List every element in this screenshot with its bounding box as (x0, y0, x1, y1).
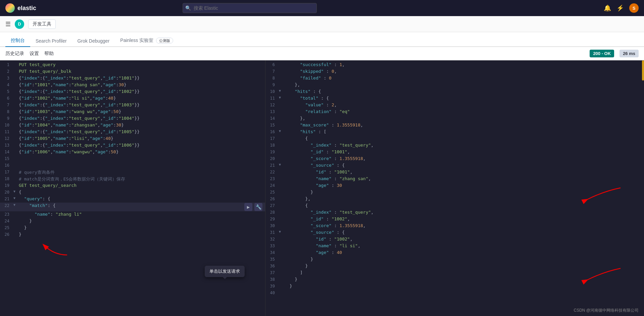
code-line-4: 4 {"id":"1001","name":"zhang san","age":… (0, 82, 265, 89)
history-link[interactable]: 历史记录 (5, 51, 24, 57)
wrench-button[interactable]: 🔧 (254, 203, 262, 211)
code-editor: 1 PUT test_query 2 PUT test_query/_bulk … (0, 60, 265, 240)
resp-line-8: 8 "failed" : 0 (265, 75, 644, 82)
code-line-13: 13 {"index":{"_index":"test_query","_id"… (0, 142, 265, 149)
code-line-12: 12 {"id":"1005","name":"lisi","age":40} (0, 136, 265, 142)
code-line-5: 5 {"index":{"_index":"test_query","_id":… (0, 89, 265, 95)
scrollbar-accent (642, 60, 644, 81)
resp-line-19: 19 "_id" : "1001", (265, 149, 644, 156)
resp-line-17: 17 { (265, 136, 644, 142)
tab-console[interactable]: 控制台 (5, 35, 30, 47)
resp-line-11: 11 ▼ "total" : { (265, 95, 644, 102)
dev-badge: D (15, 19, 24, 29)
dev-tools-button[interactable]: 开发工具 (28, 19, 56, 29)
avatar[interactable]: S (629, 3, 639, 13)
elastic-logo: elastic (5, 3, 36, 13)
resp-line-13: 13 "relation" : "eq" (265, 109, 644, 115)
code-line-6: 6 {"id":"1002","name":"li si","age":40} (0, 95, 265, 102)
resp-line-6: 6 "successful" : 1, (265, 62, 644, 68)
run-button[interactable]: ▶ (244, 203, 252, 211)
code-line-16: 16 (0, 162, 265, 169)
code-line-19: 19 GET test_query/_search 单击以发送请求 (0, 182, 265, 189)
bell-icon[interactable]: 🔔 (604, 4, 611, 12)
code-line-20: 20 ▼ { (0, 189, 265, 196)
share-icon[interactable]: ⚡ (616, 4, 624, 12)
code-line-15: 15 (0, 156, 265, 162)
code-line-7: 7 {"index":{"_index":"test_query","_id":… (0, 102, 265, 109)
tabbar: 控制台 Search Profiler Grok Debugger Painle… (0, 32, 644, 47)
tab-search-profiler[interactable]: Search Profiler (30, 36, 72, 47)
code-line-26: 26 } (0, 231, 265, 238)
code-line-8: 8 {"id":"1003","name":"wang wu","age":50… (0, 109, 265, 115)
resp-line-14: 14 }, (265, 115, 644, 122)
resp-line-40: 40 (265, 290, 644, 297)
code-line-11: 11 {"index":{"_index":"test_query","_id"… (0, 129, 265, 136)
tab-grok-debugger[interactable]: Grok Debugger (72, 36, 115, 47)
resp-line-23: 23 "name" : "zhang san", (265, 176, 644, 182)
code-line-10: 10 {"id":"1004","name":"zhangsan","age":… (0, 122, 265, 129)
resp-line-21: 21 ▼ "_source" : { (265, 162, 644, 169)
code-line-25: 25 } (0, 225, 265, 231)
resp-line-29: 29 "_id" : "1002", (265, 216, 644, 223)
code-line-17: 17 # query查询条件 (0, 169, 265, 176)
code-line-3: 3 {"index":{"_index":"test_query","_id":… (0, 75, 265, 82)
global-search-bar[interactable]: 🔍 (183, 3, 317, 13)
settings-link[interactable]: 设置 (30, 51, 39, 57)
main-content: 1 PUT test_query 2 PUT test_query/_bulk … (0, 60, 644, 316)
resp-line-37: 37 ] (265, 270, 644, 276)
resp-line-24: 24 "age" : 30 (265, 182, 644, 189)
resp-line-39: 39 } (265, 283, 644, 290)
topbar-right: 🔔 ⚡ S (604, 3, 639, 13)
global-search-input[interactable] (183, 3, 317, 13)
status-badge: 200 - OK (590, 50, 614, 57)
code-line-24: 24 } (0, 218, 265, 225)
resp-line-34: 34 "age" : 40 (265, 250, 644, 256)
resp-line-30: 30 "_score" : 1.3555918, (265, 223, 644, 229)
beta-badge: 公测版 (156, 38, 173, 44)
resp-line-18: 18 "_index" : "test_query", (265, 142, 644, 149)
resp-line-36: 36 } (265, 263, 644, 270)
red-arrow-1 (34, 238, 74, 258)
resp-line-16: 16 ▼ "hits" : [ (265, 129, 644, 136)
code-line-21: 21 ▼ "query": { (0, 196, 265, 203)
time-badge: 26 ms (620, 50, 639, 57)
resp-line-10: 10 ▼ "hits" : { (265, 89, 644, 95)
resp-line-26: 26 }, (265, 196, 644, 203)
resp-line-22: 22 "id" : "1001", (265, 169, 644, 176)
resp-line-31: 31 ▼ "_source" : { (265, 229, 644, 236)
hamburger-icon[interactable]: ☰ (5, 20, 11, 28)
code-line-1: 1 PUT test_query (0, 62, 265, 68)
help-link[interactable]: 帮助 (44, 51, 54, 57)
search-icon: 🔍 (185, 5, 191, 11)
resp-line-32: 32 "id" : "1002", (265, 236, 644, 243)
send-request-tooltip: 单击以发送请求 (205, 266, 245, 277)
resp-line-15: 15 "max_score" : 1.3555918, (265, 122, 644, 129)
topbar: elastic 🔍 🔔 ⚡ S (0, 0, 644, 16)
resp-line-20: 20 "_score" : 1.3555918, (265, 156, 644, 162)
resp-line-7: 7 "skipped" : 0, (265, 68, 644, 75)
code-line-22: 22 ▼ "match": { ▶ 🔧 (0, 203, 265, 211)
resp-line-33: 33 "name" : "li si", (265, 243, 644, 250)
resp-line-25: 25 } (265, 189, 644, 196)
resp-line-9: 9 }, (265, 82, 644, 89)
resp-line-27: 27 { (265, 203, 644, 209)
tab-painless[interactable]: Painless 实验室 公测版 (115, 35, 179, 47)
action-icons: ▶ 🔧 (244, 203, 265, 211)
secondbar: ☰ D 开发工具 (0, 16, 644, 32)
watermark: CSDN @河南循中网络科技有限公司 (574, 308, 639, 313)
resp-line-12: 12 "value" : 2, (265, 102, 644, 109)
elastic-logo-text: elastic (17, 5, 36, 12)
code-line-23: 23 "name": "zhang li" (0, 211, 265, 218)
code-line-18: 18 # match是分词查询，ES会将数据分词（关键词）保存 (0, 176, 265, 182)
elastic-logo-icon (5, 3, 15, 13)
toolbar: 历史记录 设置 帮助 200 - OK 26 ms (0, 47, 644, 60)
right-response-panel: 6 "successful" : 1, 7 "skipped" : 0, 8 "… (265, 60, 644, 316)
left-editor-panel[interactable]: 1 PUT test_query 2 PUT test_query/_bulk … (0, 60, 265, 316)
code-line-9: 9 {"index":{"_index":"test_query","_id":… (0, 115, 265, 122)
resp-line-28: 28 "_index" : "test_query", (265, 209, 644, 216)
code-line-14: 14 {"id":"1006","name":"wangwu","age":50… (0, 149, 265, 156)
code-line-2: 2 PUT test_query/_bulk (0, 68, 265, 75)
resp-line-38: 38 } (265, 276, 644, 283)
resp-line-35: 35 } (265, 256, 644, 263)
